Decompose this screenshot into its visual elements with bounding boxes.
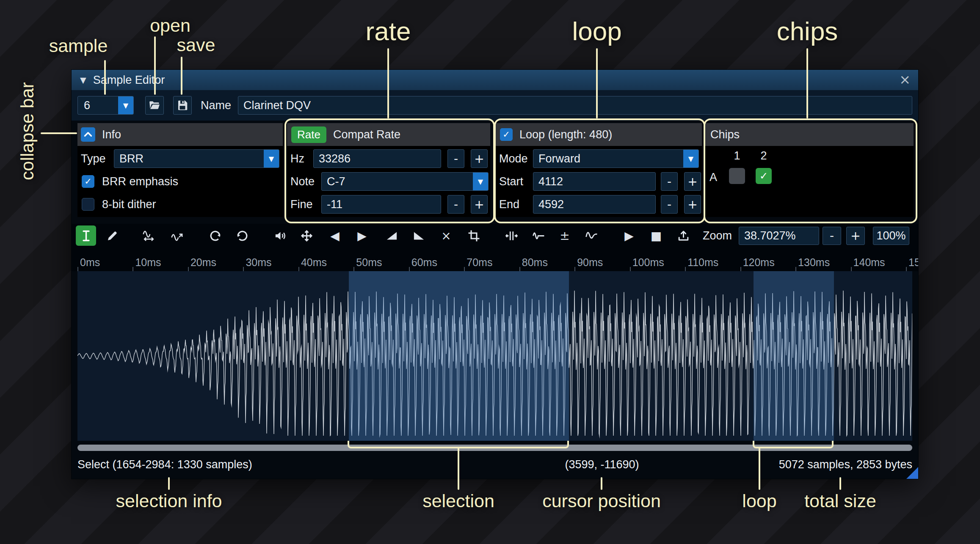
collapse-info-button[interactable] <box>81 127 95 142</box>
chip-a1-checkbox[interactable] <box>729 168 745 184</box>
chip-row-label: A <box>709 168 717 187</box>
resample-button[interactable] <box>167 225 187 246</box>
waveform-display[interactable] <box>77 271 912 441</box>
fade-out-button[interactable] <box>409 225 429 246</box>
sign-invert-button[interactable]: ± <box>555 225 575 246</box>
zoom-label: Zoom <box>703 224 732 248</box>
delete-button[interactable]: × <box>436 225 456 246</box>
amplify-button[interactable] <box>270 225 290 246</box>
loop-region[interactable] <box>754 271 834 441</box>
insert-silence-button[interactable] <box>501 225 522 246</box>
chips-panel-title: Chips <box>710 128 740 141</box>
note-dropdown[interactable]: C-7 ▼ <box>321 172 489 191</box>
zoom-out-button[interactable]: - <box>823 227 841 245</box>
rate-badge: Rate <box>291 126 326 143</box>
reverse-button[interactable]: ◀ <box>325 225 345 246</box>
undo-button[interactable] <box>205 225 225 246</box>
type-dropdown[interactable]: BRR ▼ <box>114 149 279 168</box>
sample-name-input[interactable]: Clarinet DQV <box>238 96 912 115</box>
dither-label: 8-bit dither <box>102 195 156 214</box>
trim-button[interactable] <box>464 225 484 246</box>
info-panel-title: Info <box>102 128 121 141</box>
loop-mode-dropdown[interactable]: Forward ▼ <box>533 149 699 168</box>
loop-end-input[interactable]: 4592 <box>533 195 656 214</box>
annotation-chips-line <box>806 48 808 118</box>
type-value: BRR <box>114 152 264 165</box>
loop-start-increment-button[interactable]: + <box>684 172 701 191</box>
resize-grip[interactable] <box>906 467 918 479</box>
ruler-label: 130ms <box>795 256 830 269</box>
zoom-value-input[interactable]: 38.7027% <box>739 227 819 245</box>
loop-end-increment-button[interactable]: + <box>684 195 701 214</box>
chip-a2-checkbox[interactable]: ✓ <box>756 168 772 184</box>
ruler-label: 80ms <box>519 256 548 269</box>
ruler-label: 70ms <box>464 256 492 269</box>
redo-button[interactable] <box>232 225 252 246</box>
brr-emphasis-checkbox[interactable]: ✓ <box>82 175 94 188</box>
annotation-loop-bottom-line <box>759 448 760 490</box>
hz-label: Hz <box>290 149 304 168</box>
normalize-button[interactable] <box>296 225 317 246</box>
ruler-label: 10ms <box>133 256 161 269</box>
ruler-label: 20ms <box>188 256 216 269</box>
chevron-down-icon: ▼ <box>264 150 279 168</box>
resize-button[interactable] <box>138 225 159 246</box>
annotation-loop-line <box>596 48 598 118</box>
titlebar[interactable]: ▼ Sample Editor × <box>72 70 918 90</box>
select-tool[interactable] <box>76 225 96 246</box>
file-row: 6 ▼ Name Clarinet DQV <box>72 90 918 121</box>
total-size-text: 5072 samples, 2853 bytes <box>779 458 912 471</box>
loop-mode-label: Mode <box>499 149 528 168</box>
hz-input[interactable]: 33286 <box>313 149 441 168</box>
chips-panel: Chips 1 2 A ✓ <box>704 123 914 217</box>
loop-panel: ✓ Loop (length: 480) Mode Forward ▼ Star… <box>496 123 702 217</box>
apply-silence-button[interactable] <box>528 225 549 246</box>
info-panel: Info Type BRR ▼ ✓ BRR emphasis 8-bit dit… <box>77 123 283 217</box>
preview-button[interactable]: ▶ <box>619 225 639 246</box>
ruler-label: 30ms <box>243 256 271 269</box>
filter-button[interactable] <box>581 225 602 246</box>
ruler-label: 40ms <box>298 256 327 269</box>
sample-editor-window: ▼ Sample Editor × 6 ▼ Name Clarinet DQV <box>71 69 919 479</box>
loop-end-decrement-button[interactable]: - <box>661 195 678 214</box>
annotation-open-label: open <box>150 15 190 36</box>
open-folder-icon <box>146 96 163 114</box>
fine-decrement-button[interactable]: - <box>447 195 464 214</box>
selection-region[interactable] <box>349 271 569 441</box>
cursor-position-text: (3599, -11690) <box>565 458 639 471</box>
fine-input[interactable]: -11 <box>321 195 441 214</box>
save-sample-button[interactable] <box>173 96 192 115</box>
fine-increment-button[interactable]: + <box>471 195 488 214</box>
annotation-sample-label: sample <box>49 36 108 56</box>
ruler-label: 50ms <box>353 256 382 269</box>
loop-panel-title: Loop (length: 480) <box>519 128 612 141</box>
annotation-cursor-line <box>601 477 602 490</box>
loop-start-decrement-button[interactable]: - <box>661 172 678 191</box>
draw-tool[interactable] <box>102 225 122 246</box>
close-icon[interactable]: × <box>899 71 911 88</box>
fade-in-button[interactable] <box>381 225 402 246</box>
hz-decrement-button[interactable]: - <box>447 149 464 168</box>
loop-start-input[interactable]: 4112 <box>533 172 656 191</box>
loop-end-label: End <box>499 195 519 214</box>
rate-panel-header: Rate Compat Rate <box>287 123 490 146</box>
loop-enable-checkbox[interactable]: ✓ <box>500 128 513 141</box>
window-collapse-icon[interactable]: ▼ <box>80 75 86 85</box>
create-wavetable-button[interactable] <box>673 225 693 246</box>
zoom-reset-button[interactable]: 100% <box>873 227 909 245</box>
annotation-loop-bracket <box>753 441 834 448</box>
sample-number-dropdown[interactable]: 6 ▼ <box>77 96 134 115</box>
annotation-selection-info-line <box>168 477 170 490</box>
selection-info-text: Select (1654-2984: 1330 samples) <box>77 458 252 471</box>
timeline-ruler[interactable]: 0ms10ms20ms30ms40ms50ms60ms70ms80ms90ms1… <box>72 248 918 271</box>
open-sample-button[interactable] <box>145 96 164 115</box>
chevron-down-icon: ▼ <box>683 150 698 168</box>
hz-increment-button[interactable]: + <box>471 149 488 168</box>
stop-preview-button[interactable]: ■ <box>646 225 666 246</box>
invert-button[interactable]: ▶ <box>352 225 372 246</box>
dither-checkbox[interactable] <box>82 198 94 211</box>
note-value: C-7 <box>322 175 473 188</box>
annotation-loop-label-bottom: loop <box>742 491 776 511</box>
zoom-in-button[interactable]: + <box>846 227 865 245</box>
save-floppy-icon <box>174 96 191 114</box>
